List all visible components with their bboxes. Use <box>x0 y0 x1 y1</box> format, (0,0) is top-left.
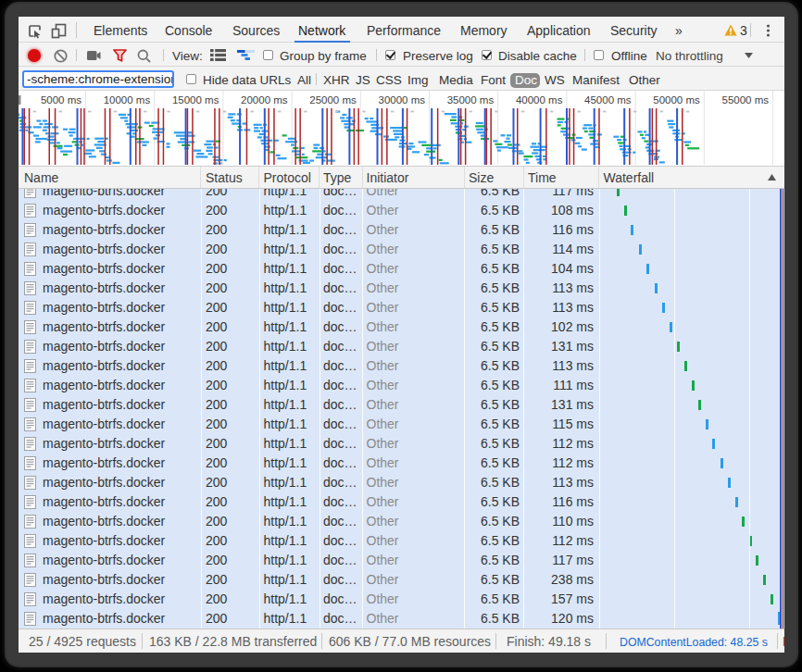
svg-text:55000 ms: 55000 ms <box>721 94 769 106</box>
svg-text:30000 ms: 30000 ms <box>378 94 425 106</box>
svg-text:15000 ms: 15000 ms <box>172 94 219 106</box>
svg-text:50000 ms: 50000 ms <box>653 94 700 106</box>
svg-text:10000 ms: 10000 ms <box>104 94 151 106</box>
svg-text:20000 ms: 20000 ms <box>241 94 288 106</box>
svg-text:25000 ms: 25000 ms <box>309 94 357 106</box>
svg-text:45000 ms: 45000 ms <box>584 94 632 106</box>
svg-text:35000 ms: 35000 ms <box>447 94 495 106</box>
svg-text:40000 ms: 40000 ms <box>516 94 563 106</box>
svg-text:5000 ms: 5000 ms <box>41 94 81 106</box>
